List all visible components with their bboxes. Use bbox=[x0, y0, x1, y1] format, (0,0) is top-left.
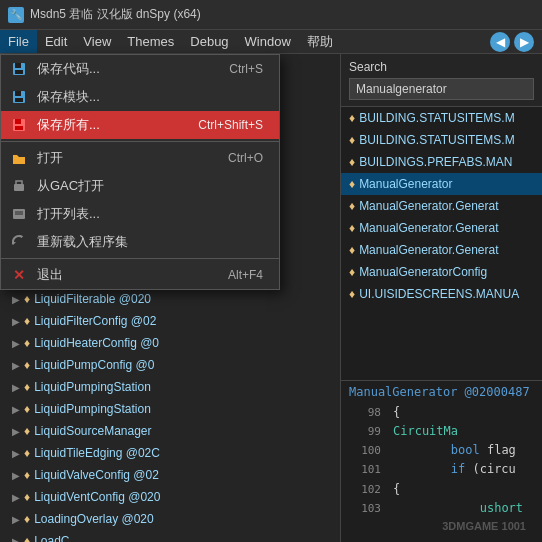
class-icon: ♦ bbox=[24, 446, 30, 460]
list-item[interactable]: ▶ ♦ LiquidPumpingStation bbox=[0, 376, 340, 398]
list-item[interactable]: ♦ UI.UISIDESCREENS.MANUA bbox=[341, 283, 542, 305]
svg-rect-4 bbox=[15, 91, 21, 96]
titlebar: 🔧 Msdn5 君临 汉化版 dnSpy (x64) bbox=[0, 0, 542, 30]
menu-item-open-gac[interactable]: 从GAC打开 bbox=[1, 172, 279, 200]
assembly-icon: ♦ bbox=[349, 133, 355, 147]
list-item[interactable]: ♦ BUILDING.STATUSITEMS.M bbox=[341, 129, 542, 151]
list-item[interactable]: ▶ ♦ LiquidSourceManager bbox=[0, 420, 340, 442]
arrow-icon: ▶ bbox=[12, 294, 20, 305]
list-item[interactable]: ▶ ♦ LiquidTileEdging @02C bbox=[0, 442, 340, 464]
exit-icon: ✕ bbox=[9, 265, 29, 285]
assembly-icon: ♦ bbox=[349, 265, 355, 279]
search-label: Search bbox=[349, 60, 534, 74]
search-input[interactable] bbox=[349, 78, 534, 100]
assembly-icon: ♦ bbox=[349, 287, 355, 301]
line-content: { bbox=[393, 403, 400, 422]
list-item[interactable]: ▶ ♦ LiquidVentConfig @020 bbox=[0, 486, 340, 508]
list-item[interactable]: ♦ ManualGenerator.Generat bbox=[341, 217, 542, 239]
assembly-list: ♦ BUILDING.STATUSITEMS.M ♦ BUILDING.STAT… bbox=[341, 107, 542, 380]
line-number: 103 bbox=[349, 500, 381, 518]
line-content: CircuitMa bbox=[393, 422, 458, 441]
line-content: if (circu bbox=[393, 460, 516, 479]
class-icon: ♦ bbox=[24, 358, 30, 372]
menu-view[interactable]: View bbox=[75, 30, 119, 53]
line-content: bool flag bbox=[393, 441, 516, 460]
list-item[interactable]: ▶ ♦ LiquidValveConfig @02 bbox=[0, 464, 340, 486]
class-icon: ♦ bbox=[24, 512, 30, 526]
arrow-icon: ▶ bbox=[12, 514, 20, 525]
list-item[interactable]: ▶ ♦ LiquidPumpingStation bbox=[0, 398, 340, 420]
main-layout: ▶ ♦ LiquidFilterable @020 ▶ ♦ LiquidFilt… bbox=[0, 54, 542, 542]
arrow-icon: ▶ bbox=[12, 470, 20, 481]
code-line: 101 if (circu bbox=[349, 460, 534, 479]
arrow-icon: ▶ bbox=[12, 382, 20, 393]
save-module-icon bbox=[9, 87, 29, 107]
menu-item-open-list[interactable]: 打开列表... bbox=[1, 200, 279, 228]
list-item-selected[interactable]: ♦ ManualGenerator bbox=[341, 173, 542, 195]
class-icon: ♦ bbox=[24, 380, 30, 394]
menu-file[interactable]: File bbox=[0, 30, 37, 53]
open-icon bbox=[9, 148, 29, 168]
nav-back-button[interactable]: ◀ bbox=[490, 32, 510, 52]
class-icon: ♦ bbox=[24, 490, 30, 504]
assembly-icon: ♦ bbox=[349, 177, 355, 191]
menu-item-save-code[interactable]: 保存代码... Ctrl+S bbox=[1, 55, 279, 83]
separator bbox=[1, 258, 279, 259]
list-item[interactable]: ▶ ♦ LoadingOverlay @020 bbox=[0, 508, 340, 530]
menu-item-save-all[interactable]: 保存所有... Ctrl+Shift+S bbox=[1, 111, 279, 139]
menu-item-save-module[interactable]: 保存模块... bbox=[1, 83, 279, 111]
list-item[interactable]: ♦ ManualGenerator.Generat bbox=[341, 239, 542, 261]
list-item[interactable]: ♦ ManualGenerator.Generat bbox=[341, 195, 542, 217]
menu-debug[interactable]: Debug bbox=[182, 30, 236, 53]
menu-item-reload[interactable]: 重新载入程序集 bbox=[1, 228, 279, 256]
left-panel: ▶ ♦ LiquidFilterable @020 ▶ ♦ LiquidFilt… bbox=[0, 54, 340, 542]
arrow-icon: ▶ bbox=[12, 492, 20, 503]
svg-rect-8 bbox=[15, 126, 23, 130]
menu-edit[interactable]: Edit bbox=[37, 30, 75, 53]
menu-item-exit[interactable]: ✕ 退出 Alt+F4 bbox=[1, 261, 279, 289]
arrow-icon: ▶ bbox=[12, 338, 20, 349]
line-number: 100 bbox=[349, 442, 381, 460]
svg-rect-5 bbox=[15, 98, 23, 102]
file-dropdown-menu: 保存代码... Ctrl+S 保存模块... 保存所有... Ctrl+Shif… bbox=[0, 54, 280, 290]
menu-help[interactable]: 帮助 bbox=[299, 30, 341, 53]
list-icon bbox=[9, 204, 29, 224]
menu-item-open[interactable]: 打开 Ctrl+O bbox=[1, 144, 279, 172]
line-number: 98 bbox=[349, 404, 381, 422]
svg-rect-1 bbox=[15, 63, 21, 68]
search-box: Search bbox=[341, 54, 542, 107]
menu-window[interactable]: Window bbox=[237, 30, 299, 53]
assembly-icon: ♦ bbox=[349, 221, 355, 235]
code-line: 98 { bbox=[349, 403, 534, 422]
app-icon-letter: 🔧 bbox=[10, 9, 22, 20]
list-item[interactable]: ▶ ♦ LoadC... bbox=[0, 530, 340, 542]
code-line: 100 bool flag bbox=[349, 441, 534, 460]
tree-list: ▶ ♦ LiquidFilterable @020 ▶ ♦ LiquidFilt… bbox=[0, 284, 340, 542]
list-item[interactable]: ▶ ♦ LiquidFilterConfig @02 bbox=[0, 310, 340, 332]
line-number: 102 bbox=[349, 481, 381, 499]
arrow-icon: ▶ bbox=[12, 360, 20, 371]
nav-forward-button[interactable]: ▶ bbox=[514, 32, 534, 52]
list-item[interactable]: ▶ ♦ LiquidFilterable @020 bbox=[0, 288, 340, 310]
class-icon: ♦ bbox=[24, 314, 30, 328]
assembly-icon: ♦ bbox=[349, 155, 355, 169]
arrow-icon: ▶ bbox=[12, 426, 20, 437]
code-line: 99 CircuitMa bbox=[349, 422, 534, 441]
class-icon: ♦ bbox=[24, 468, 30, 482]
assembly-icon: ♦ bbox=[349, 111, 355, 125]
class-icon: ♦ bbox=[24, 424, 30, 438]
list-item[interactable]: ♦ BUILDING.STATUSITEMS.M bbox=[341, 107, 542, 129]
list-item[interactable]: ♦ ManualGeneratorConfig bbox=[341, 261, 542, 283]
list-item[interactable]: ▶ ♦ LiquidHeaterConfig @0 bbox=[0, 332, 340, 354]
list-item[interactable]: ♦ BUILDINGS.PREFABS.MAN bbox=[341, 151, 542, 173]
list-item[interactable]: ▶ ♦ LiquidPumpConfig @0 bbox=[0, 354, 340, 376]
assembly-icon: ♦ bbox=[349, 199, 355, 213]
right-panel: Search ♦ BUILDING.STATUSITEMS.M ♦ BUILDI… bbox=[340, 54, 542, 542]
watermark: 3DMGAME 1001 bbox=[333, 516, 534, 536]
code-panel: ManualGenerator @02000487 98 { 99 Circui… bbox=[341, 380, 542, 522]
menu-themes[interactable]: Themes bbox=[119, 30, 182, 53]
titlebar-title: Msdn5 君临 汉化版 dnSpy (x64) bbox=[30, 6, 201, 23]
line-content: { bbox=[393, 480, 400, 499]
class-icon: ♦ bbox=[24, 402, 30, 416]
class-icon: ♦ bbox=[24, 292, 30, 306]
